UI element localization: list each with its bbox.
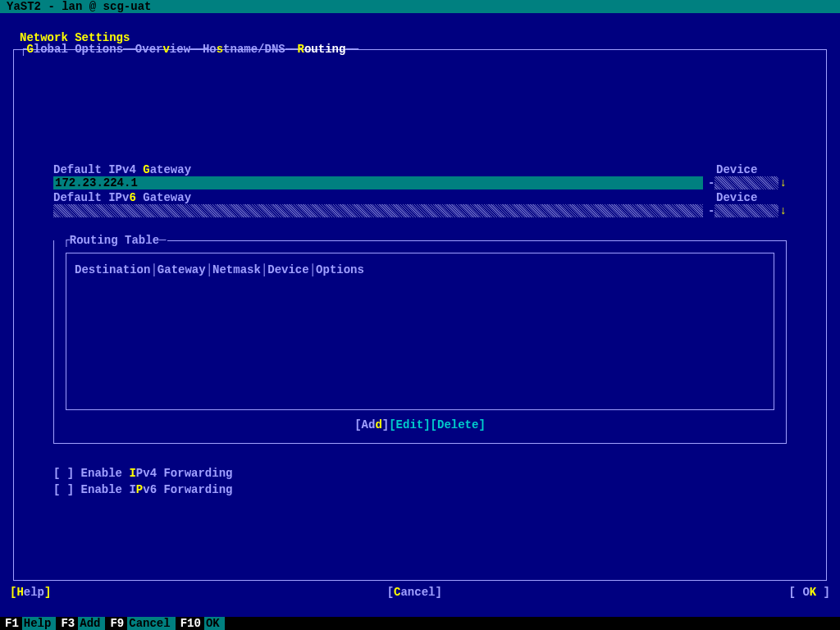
tab-overview[interactable]: Overview	[135, 43, 190, 56]
routing-table[interactable]: Destination│Gateway│Netmask│Device│Optio…	[66, 253, 774, 410]
f9-label: Cancel	[127, 617, 175, 630]
select-dash: -	[708, 176, 714, 189]
edit-button[interactable]: [Edit]	[389, 418, 430, 431]
tab-global-options[interactable]: Global Options	[26, 43, 123, 56]
content-area: Default IPv4 Gateway Device 172.23.224.1…	[53, 163, 787, 496]
tab-bar: ┌ Global Options ── Overview ── Hostname…	[20, 43, 358, 56]
delete-button[interactable]: [Delete]	[431, 418, 486, 431]
f10-key[interactable]: F10	[176, 617, 204, 630]
ok-button[interactable]: [ OK ]	[789, 586, 830, 599]
ipv4-device-select[interactable]: - ↓	[708, 176, 787, 189]
chevron-down-icon: ↓	[778, 204, 787, 217]
f10-label: OK	[204, 617, 225, 630]
tab-separator: ──	[345, 43, 358, 56]
ipv6-gateway-label-row: Default IPv6 Gateway Device	[53, 191, 787, 204]
tab-hostname-dns[interactable]: Hostname/DNS	[203, 43, 285, 56]
f9-key[interactable]: F9	[105, 617, 127, 630]
ipv4-forwarding-checkbox[interactable]: [ ] Enable IPv4 Forwarding	[53, 467, 787, 480]
bottom-button-bar: [Help] [Cancel] [ OK ]	[10, 586, 830, 599]
ipv6-gateway-input[interactable]	[53, 204, 703, 217]
ipv4-gateway-row: 172.23.224.1 - ↓	[53, 176, 787, 189]
ipv6-gateway-label: Default IPv6 Gateway	[53, 191, 191, 204]
ipv4-gateway-input[interactable]: 172.23.224.1	[53, 176, 703, 189]
routing-table-title: ┌Routing Table─	[54, 234, 167, 247]
select-body	[714, 204, 778, 217]
tab-separator: ──	[285, 43, 298, 56]
select-dash: -	[708, 204, 714, 217]
cancel-button[interactable]: [Cancel]	[387, 586, 442, 599]
main-frame: Default IPv4 Gateway Device 172.23.224.1…	[13, 49, 827, 581]
title-text: YaST2 - lan @ scg-uat	[7, 0, 151, 13]
tab-separator: ──	[123, 43, 135, 56]
ipv6-device-label: Device	[708, 191, 787, 204]
help-button[interactable]: [Help]	[10, 586, 51, 599]
ipv4-device-label: Device	[708, 163, 787, 176]
routing-table-frame: ┌Routing Table─ Destination│Gateway│Netm…	[53, 240, 787, 444]
function-key-bar: F1Help F3Add F9Cancel F10OK	[0, 617, 840, 630]
chevron-down-icon: ↓	[778, 176, 787, 189]
add-button[interactable]: [Add]	[354, 418, 389, 431]
ipv6-device-select[interactable]: - ↓	[708, 204, 787, 217]
f1-label: Help	[22, 617, 57, 630]
routing-table-header: Destination│Gateway│Netmask│Device│Optio…	[75, 263, 765, 276]
f3-label: Add	[78, 617, 105, 630]
tab-separator: ──	[190, 43, 203, 56]
routing-table-actions: [Add][Edit][Delete]	[66, 418, 774, 431]
f1-key[interactable]: F1	[0, 617, 22, 630]
ipv4-gateway-label-row: Default IPv4 Gateway Device	[53, 163, 787, 176]
ipv6-gateway-row: - ↓	[53, 204, 787, 217]
page-title: Network Settings	[0, 13, 840, 46]
f3-key[interactable]: F3	[56, 617, 78, 630]
ipv4-gateway-label: Default IPv4 Gateway	[53, 163, 191, 176]
tab-routing[interactable]: Routing	[298, 43, 346, 56]
ipv6-forwarding-checkbox[interactable]: [ ] Enable IPv6 Forwarding	[53, 483, 787, 496]
frame-corner: ┌	[20, 43, 26, 56]
title-bar: YaST2 - lan @ scg-uat	[0, 0, 840, 13]
select-body	[714, 176, 778, 189]
